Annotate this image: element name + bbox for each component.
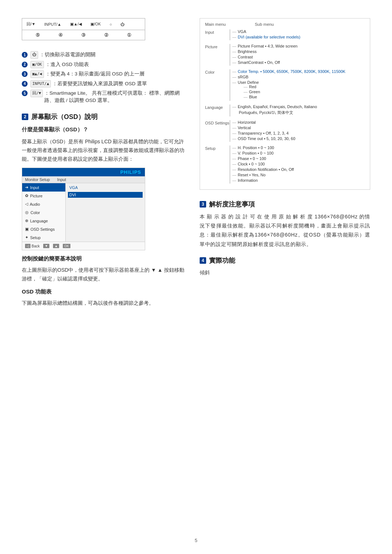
osd-right-vga[interactable]: VGA bbox=[68, 185, 143, 190]
menu-item-vertical: — Vertical bbox=[232, 126, 295, 130]
section4-header: 4 實際功能 bbox=[200, 256, 370, 265]
menu-dash-sc: — bbox=[232, 60, 236, 65]
osd-menu-input[interactable]: ➔ Input bbox=[22, 183, 65, 192]
menu-items-language: — English, Español, Français, Deutsch, I… bbox=[230, 104, 317, 116]
legend-num-5: 5 bbox=[22, 90, 28, 96]
menu-item-red: — Red bbox=[244, 85, 260, 89]
menu-text-con: Contrast bbox=[238, 55, 253, 59]
legend-desc-5: ：SmartImage Lite。 共有三種模式可供選取： 標準、網際網路、遊戲… bbox=[44, 90, 189, 104]
menu-label-color: Color bbox=[205, 69, 230, 74]
osd-menu-osd-settings[interactable]: ▣ OSD Settings bbox=[22, 225, 65, 233]
menu-item-vposition: — V. Position • 0 ~ 100 bbox=[232, 151, 294, 155]
menu-header-main: Main menu bbox=[205, 22, 226, 26]
menu-items-color: — Color Temp. • 5000K, 6500K, 7500K, 820… bbox=[230, 69, 346, 101]
legend-num-2: 2 bbox=[22, 62, 28, 67]
osd-audio-icon: ◁ bbox=[25, 202, 28, 206]
menu-items-input: — VGA — DVI (available for selective mod… bbox=[230, 29, 300, 40]
menu-text-br: Brightness bbox=[238, 49, 257, 54]
menu-group-input: Input — VGA — DVI (available for selecti… bbox=[205, 29, 365, 40]
menu-group-osd-settings: OSD Settings — Horizontal — Vertical — T bbox=[205, 120, 365, 142]
menu-text-transparency: Transparency • Off, 1, 2, 3, 4 bbox=[238, 131, 289, 135]
section3-header: 3 解析度注意事項 bbox=[200, 200, 370, 209]
key-label-3: ▣▲/◀ bbox=[70, 22, 82, 26]
menu-text-ud: User Define bbox=[238, 80, 260, 85]
osd-table-title: OSD 功能表 bbox=[22, 288, 189, 295]
osd-language-icon: ⊕ bbox=[25, 218, 28, 223]
section4-body: 傾斜 bbox=[200, 268, 370, 277]
section2-subtitle: 什麼是螢幕顯示（OSD）？ bbox=[22, 125, 189, 134]
osd-picture-icon: ✿ bbox=[25, 193, 28, 198]
menu-text-vertical: Vertical bbox=[238, 126, 251, 130]
menu-dash-blue: — bbox=[244, 95, 248, 99]
osd-up-btn[interactable]: ▲ bbox=[53, 244, 59, 248]
menu-text-horizontal: Horizontal bbox=[238, 120, 256, 124]
menu-item-hposition: — H. Position • 0 ~ 100 bbox=[232, 145, 294, 150]
osd-ok-btn[interactable]: OK bbox=[63, 244, 70, 248]
section2-number: 2 bbox=[22, 114, 28, 120]
osd-audio-label: Audio bbox=[30, 202, 40, 206]
section3-body: 本 顯 示 器 的 設 計 可 在 使 用 原 始 解 析 度 1366×768… bbox=[200, 212, 370, 249]
menu-text-clock: Clock • 0 ~ 100 bbox=[238, 162, 265, 166]
page-number: 5 bbox=[195, 538, 197, 543]
key-label-power: ⏻ bbox=[121, 22, 124, 26]
osd-input-tab: Input bbox=[57, 177, 66, 182]
osd-down-btn[interactable]: ▼ bbox=[43, 244, 49, 248]
menu-dash-lang1: — bbox=[232, 104, 236, 109]
osd-up-icon: ▲ bbox=[53, 244, 59, 248]
section4-title: 實際功能 bbox=[209, 256, 235, 265]
osd-menu-picture[interactable]: ✿ Picture bbox=[22, 192, 65, 200]
osd-input-icon: ➔ bbox=[25, 185, 28, 190]
menu-item-info: — Information bbox=[232, 178, 294, 182]
legend-num-3: 3 bbox=[22, 71, 28, 77]
osd-setup-icon: ✦ bbox=[25, 235, 28, 240]
osd-color-icon: ◎ bbox=[25, 210, 29, 215]
menu-item-lang2: Português, Pyccki/1\, 简体中文 bbox=[239, 110, 317, 115]
menu-dash-red: — bbox=[244, 85, 248, 89]
legend-key-5: 回/▼ bbox=[30, 90, 43, 97]
legend-num-1: 1 bbox=[22, 52, 28, 58]
osd-menu-setup[interactable]: ✦ Setup bbox=[22, 233, 65, 242]
osd-back-btn[interactable]: ◁ Back bbox=[25, 244, 40, 248]
menu-item-osd-timeout: — OSD Time out • 5, 10, 20, 30, 60 bbox=[232, 136, 295, 141]
osd-menu-language[interactable]: ⊕ Language bbox=[22, 217, 65, 225]
menu-item-dvi: — DVI (available for selective models) bbox=[232, 35, 300, 39]
legend-num-4: 4 bbox=[22, 81, 28, 87]
osd-menu-audio[interactable]: ◁ Audio bbox=[22, 200, 65, 208]
menu-text-blue: Blue bbox=[249, 95, 257, 99]
menu-text-phase: Phase • 0 ~ 100 bbox=[238, 156, 266, 161]
menu-item-clock: — Clock • 0 ~ 100 bbox=[232, 162, 294, 166]
menu-dash-hpos: — bbox=[232, 145, 236, 150]
key-num-4: ④ bbox=[58, 32, 63, 38]
section2-title: 屏幕顯示（OSD）說明 bbox=[31, 112, 98, 121]
menu-item-userdefine: — User Define — Red — bbox=[232, 80, 346, 100]
menu-label-picture: Picture bbox=[205, 44, 230, 49]
osd-diagram: PHILIPS Monitor Setup Input ➔ Input ✿ Pi… bbox=[22, 168, 145, 250]
menu-dash-trans: — bbox=[232, 131, 236, 135]
menu-dash-ct: — bbox=[232, 69, 236, 74]
osd-table-body: 下圖為屏幕顯示總體結構圖，可為以後作各種調節之參考。 bbox=[22, 299, 189, 308]
legend-desc-1: ：切換顯示器電源的開關 bbox=[40, 51, 189, 58]
legend-item-4: 4 INPUT/▲ ：若要變更訊號輸入來源及調整 OSD 選單 bbox=[22, 80, 189, 88]
menu-text-sc: SmartContrast • On, Off bbox=[238, 60, 280, 65]
menu-item-smartcontrast: — SmartContrast • On, Off bbox=[232, 60, 298, 65]
osd-right-dvi[interactable]: DVI bbox=[68, 192, 143, 198]
menu-dash-dvi: — bbox=[232, 35, 236, 39]
menu-item-horizontal: — Horizontal bbox=[232, 120, 295, 124]
page-container: 回/▼ INPUT/▲ ▣▲/◀ ▣/OK ○ ⏻ ⑤ ④ ③ ② ① bbox=[0, 0, 392, 554]
menu-item-brightness: — Brightness bbox=[232, 49, 298, 54]
osd-menu-color[interactable]: ◎ Color bbox=[22, 208, 65, 217]
osd-left-panel: ➔ Input ✿ Picture ◁ Audio ◎ bbox=[22, 183, 66, 242]
key-label-5: 回/▼ bbox=[26, 21, 36, 27]
menu-item-picture-format: — Picture Format • 4:3, Wide screen bbox=[232, 44, 298, 48]
control-title: 控制按鍵的簡要基本說明 bbox=[22, 255, 189, 262]
menu-header-sub: Sub menu bbox=[255, 22, 274, 26]
osd-settings-label: OSD Settings bbox=[30, 227, 55, 231]
menu-dash-ot: — bbox=[232, 136, 236, 141]
osd-color-label: Color bbox=[30, 210, 40, 215]
menu-text-dvi: DVI (available for selective models) bbox=[238, 35, 300, 39]
legend-desc-3: ：變更為 4：3 顯示畫面/返回 OSD 的上一層 bbox=[45, 70, 189, 78]
menu-text-lang2: Português, Pyccki/1\, 简体中文 bbox=[239, 110, 293, 115]
key-num-1: ① bbox=[127, 32, 131, 38]
menu-label-osd-settings: OSD Settings bbox=[205, 120, 230, 125]
control-body: 在上圖所顯示的OSD中，使用者可按下顯示器前基座上的 ▼ ▲ 按鈕移動游標，「確… bbox=[22, 266, 189, 283]
